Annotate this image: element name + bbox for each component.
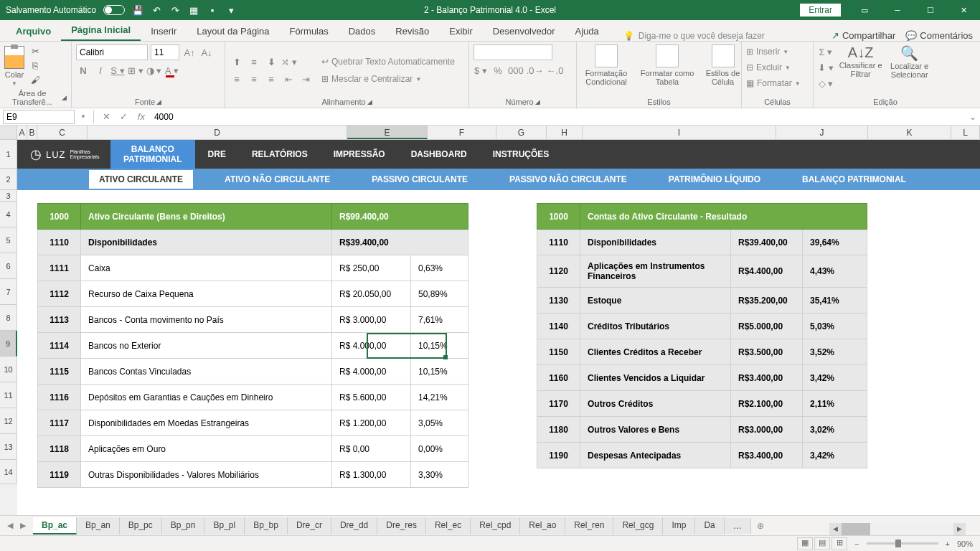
select-all-corner[interactable] (0, 126, 17, 140)
dialog-launcher-icon[interactable]: ◢ (535, 98, 540, 105)
align-bottom-icon[interactable]: ⬇ (264, 55, 278, 69)
align-right-icon[interactable]: ≡ (264, 72, 278, 86)
share-button[interactable]: ↗Compartilhar (831, 30, 895, 41)
page-layout-view-icon[interactable]: ▤ (814, 537, 830, 550)
comma-icon[interactable]: 000 (508, 63, 524, 77)
clear-icon[interactable]: ◇ ▾ (818, 76, 834, 90)
col-header-E[interactable]: E (347, 126, 428, 139)
zoom-level[interactable]: 90% (957, 540, 973, 548)
row-header-7[interactable]: 7 (0, 279, 17, 305)
sub-tab-3[interactable]: PASSIVO NÃO CIRCULANTE (499, 170, 637, 189)
scroll-right-icon[interactable]: ▶ (953, 523, 966, 535)
luz-tab-0[interactable]: BALANÇOPATRIMONIAL (110, 140, 195, 169)
row-header-5[interactable]: 5 (0, 227, 17, 253)
currency-icon[interactable]: $ ▾ (473, 63, 488, 77)
col-header-C[interactable]: C (37, 126, 88, 139)
sheet-tab-Bp_ac[interactable]: Bp_ac (33, 517, 77, 534)
comments-button[interactable]: 💬Comentários (905, 30, 973, 41)
tab-review[interactable]: Revisão (385, 22, 439, 41)
col-header-J[interactable]: J (776, 126, 868, 139)
sheet-tab-Dre_dd[interactable]: Dre_dd (331, 517, 377, 534)
format-cells-button[interactable]: ▦Formatar▼ (746, 76, 809, 90)
tab-data[interactable]: Dados (339, 22, 386, 41)
maximize-icon[interactable]: ☐ (914, 0, 947, 20)
copy-icon[interactable]: ⎘ (29, 60, 42, 72)
font-color-button[interactable]: A ▾ (164, 63, 179, 77)
row-header-13[interactable]: 13 (0, 434, 17, 460)
luz-tab-2[interactable]: RELATÓRIOS (239, 140, 321, 169)
align-center-icon[interactable]: ≡ (247, 72, 261, 86)
cell-styles-button[interactable]: Estilos de Célula (703, 44, 743, 86)
name-box-dropdown-icon[interactable]: ▼ (77, 113, 89, 120)
tell-me-search[interactable]: 💡 Diga-me o que você deseja fazer (623, 31, 765, 41)
autosum-icon[interactable]: Σ ▾ (818, 44, 834, 59)
sheet-tab-Rel_ren[interactable]: Rel_ren (565, 517, 613, 534)
col-header-H[interactable]: H (547, 126, 583, 139)
col-header-L[interactable]: L (951, 126, 980, 139)
luz-tab-3[interactable]: IMPRESSÃO (321, 140, 398, 169)
qat-more-icon[interactable]: ▾ (225, 4, 237, 16)
tab-home[interactable]: Página Inicial (61, 20, 141, 41)
col-header-F[interactable]: F (428, 126, 496, 139)
fill-color-button[interactable]: ◑ ▾ (146, 63, 162, 77)
sheet-tab-Bp_pc[interactable]: Bp_pc (120, 517, 162, 534)
close-icon[interactable]: ✕ (947, 0, 980, 20)
row-header-12[interactable]: 12 (0, 408, 17, 434)
autosave-toggle[interactable] (103, 5, 125, 15)
sheet-tab-more[interactable]: … (725, 518, 751, 534)
tab-insert[interactable]: Inserir (141, 22, 187, 41)
format-painter-icon[interactable]: 🖌 (29, 75, 42, 86)
sheet-tab-Rel_ao[interactable]: Rel_ao (520, 517, 565, 534)
increase-font-icon[interactable]: A↑ (182, 45, 197, 60)
tab-layout[interactable]: Layout da Página (187, 22, 279, 41)
tab-help[interactable]: Ajuda (565, 22, 609, 41)
normal-view-icon[interactable]: ▦ (797, 537, 813, 550)
minimize-icon[interactable]: ─ (881, 0, 914, 20)
tab-view[interactable]: Exibir (439, 22, 483, 41)
sheet-tab-Bp_bp[interactable]: Bp_bp (245, 517, 288, 534)
fx-icon[interactable]: fx (133, 111, 150, 122)
row-header-1[interactable]: 1 (0, 140, 17, 169)
decrease-decimal-icon[interactable]: ←.0 (547, 63, 564, 77)
conditional-format-button[interactable]: Formatação Condicional (581, 44, 631, 86)
dialog-launcher-icon[interactable]: ◢ (367, 98, 372, 105)
sheet-tab-Dre_cr[interactable]: Dre_cr (288, 517, 331, 534)
formula-input[interactable] (150, 110, 966, 124)
signin-button[interactable]: Entrar (800, 4, 841, 17)
luz-tab-1[interactable]: DRE (195, 140, 239, 169)
row-header-2[interactable]: 2 (0, 169, 17, 190)
sheet-tab-Rel_cpd[interactable]: Rel_cpd (471, 517, 520, 534)
row-header-14[interactable]: 14 (0, 460, 17, 484)
row-header-8[interactable]: 8 (0, 305, 17, 331)
luz-tab-5[interactable]: INSTRUÇÕES (480, 140, 562, 169)
zoom-slider[interactable] (867, 542, 938, 545)
font-size-select[interactable] (151, 44, 179, 60)
page-break-view-icon[interactable]: ⊞ (831, 537, 847, 550)
wrap-text-button[interactable]: ↩Quebrar Texto Automaticamente (321, 54, 455, 70)
percent-icon[interactable]: % (491, 63, 505, 77)
italic-button[interactable]: I (93, 63, 108, 77)
sub-tab-5[interactable]: BALANÇO PATRIMONIAL (792, 170, 916, 189)
number-format-select[interactable] (473, 44, 552, 60)
dialog-launcher-icon[interactable]: ◢ (156, 98, 161, 105)
paste-button[interactable]: Colar ▼ (4, 46, 24, 87)
dialog-launcher-icon[interactable]: ◢ (62, 94, 67, 101)
add-sheet-button[interactable]: ⊕ (751, 518, 770, 534)
sheet-tab-Bp_pn[interactable]: Bp_pn (162, 517, 205, 534)
sheet-tab-Rel_gcg[interactable]: Rel_gcg (613, 517, 663, 534)
col-header-G[interactable]: G (496, 126, 547, 139)
col-header-A[interactable]: A (17, 126, 27, 139)
row-header-11[interactable]: 11 (0, 382, 17, 408)
row-header-10[interactable]: 10 (0, 357, 17, 382)
scroll-left-icon[interactable]: ◀ (829, 523, 842, 535)
scroll-thumb[interactable] (842, 523, 870, 535)
qat-icon-1[interactable]: ▦ (188, 4, 199, 16)
sheet-tab-Imp[interactable]: Imp (663, 517, 695, 534)
sheet-tab-Bp_pl[interactable]: Bp_pl (204, 517, 245, 534)
cut-icon[interactable]: ✂ (29, 46, 42, 57)
sheet-nav-prev-icon[interactable]: ◀ (4, 519, 16, 532)
sub-tab-0[interactable]: ATIVO CIRCULANTE (89, 170, 193, 189)
sheet-tab-Dre_res[interactable]: Dre_res (377, 517, 426, 534)
increase-decimal-icon[interactable]: .0→ (527, 63, 544, 77)
worksheet-area[interactable]: ◷ LUZ Planilhas Empresariais BALANÇOPATR… (17, 140, 980, 515)
